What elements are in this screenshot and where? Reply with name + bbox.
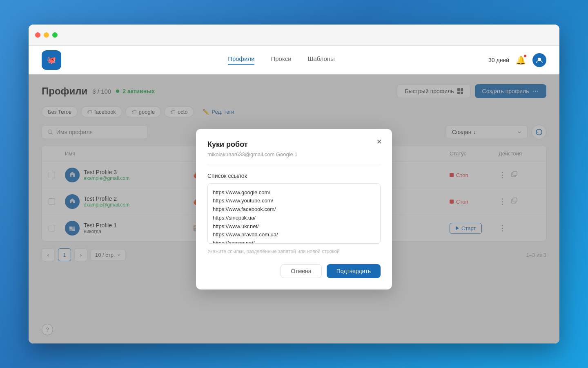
header-right: 30 дней 🔔 [488,53,546,67]
app-content: 🐙 Профили Прокси Шаблоны 30 дней 🔔 [29,46,559,343]
dialog-close-button[interactable]: ✕ [373,136,385,148]
close-button[interactable] [35,32,40,38]
main-content: Профили 3 / 100 2 активных Быстрый профи… [29,74,559,343]
titlebar [29,25,559,46]
dialog-title: Куки робот [207,140,381,149]
cookie-robot-dialog: ✕ Куки робот mikolakuhar633@gmail.com Go… [196,129,392,289]
user-avatar[interactable] [532,53,546,67]
nav-profiles[interactable]: Профили [228,55,254,65]
dialog-overlay: ✕ Куки робот mikolakuhar633@gmail.com Go… [29,74,559,343]
dialog-subtitle: mikolakuhar633@gmail.com Google 1 [207,151,381,164]
nav-proxy[interactable]: Прокси [271,55,291,65]
notification-bell[interactable]: 🔔 [516,55,526,65]
header: 🐙 Профили Прокси Шаблоны 30 дней 🔔 [29,46,559,74]
dialog-footer: Отмена Подтвердить [207,264,381,278]
maximize-button[interactable] [52,32,58,38]
notification-dot [523,54,527,58]
dialog-hint: Укажите ссылки, разделённые запятой или … [207,249,381,254]
cancel-button[interactable]: Отмена [281,264,321,278]
logo: 🐙 [42,50,61,70]
traffic-lights [35,32,58,38]
main-nav: Профили Прокси Шаблоны [74,55,488,65]
links-textarea[interactable]: https://www.google.com/ https://www.yout… [207,183,381,244]
app-window: 🐙 Профили Прокси Шаблоны 30 дней 🔔 [29,25,559,343]
links-label: Список ссылок [207,173,381,179]
days-badge: 30 дней [488,57,509,63]
minimize-button[interactable] [44,32,49,38]
confirm-button[interactable]: Подтвердить [327,264,381,278]
nav-templates[interactable]: Шаблоны [308,55,335,65]
svg-text:🐙: 🐙 [47,56,56,65]
